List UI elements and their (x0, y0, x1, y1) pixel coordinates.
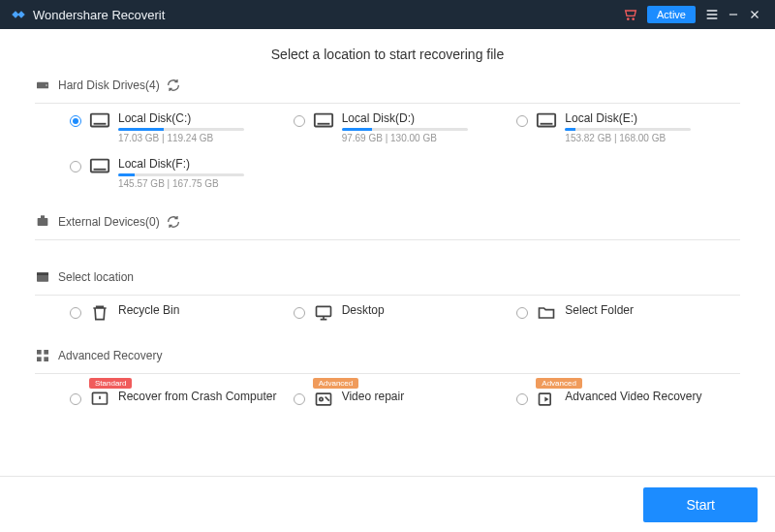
refresh-icon[interactable] (166, 78, 181, 93)
start-button[interactable]: Start (643, 487, 758, 522)
svg-rect-10 (38, 218, 48, 226)
disk-size: 97.69 GB | 130.00 GB (342, 133, 468, 143)
disk-progress (342, 128, 468, 131)
svg-rect-14 (316, 306, 330, 316)
disk-body: Local Disk(D:) 97.69 GB | 130.00 GB (342, 111, 468, 143)
disk-size: 17.03 GB | 119.24 GB (118, 133, 244, 143)
disk-size: 145.57 GB | 167.75 GB (118, 178, 244, 189)
crash-icon (89, 390, 110, 409)
section-hdd: Hard Disk Drives(4) (35, 78, 740, 93)
disk-label: Local Disk(C:) (118, 111, 244, 125)
loc-recycle[interactable]: Recycle Bin (70, 303, 294, 323)
tag-advanced: Advanced (536, 378, 582, 389)
video-recovery-icon (536, 390, 557, 409)
disk-progress (118, 128, 244, 131)
footer: Start (0, 476, 775, 532)
folder-icon (536, 303, 557, 323)
disk-body: Local Disk(F:) 145.57 GB | 167.75 GB (118, 157, 244, 189)
locations-row: Recycle Bin Desktop Select Folder (35, 296, 740, 336)
adv-icon-wrap: Advanced (313, 390, 342, 409)
hdd-icon (35, 78, 50, 93)
drive-icon (313, 111, 334, 131)
adv-label: Video repair (342, 390, 405, 403)
adv-video-repair[interactable]: Advanced Video repair (294, 390, 517, 409)
section-ext: External Devices(0) (35, 214, 740, 230)
svg-point-21 (319, 397, 322, 400)
page-title: Select a location to start recovering fi… (35, 47, 740, 62)
close-icon[interactable] (744, 4, 765, 25)
adv-icon-wrap: Advanced (536, 390, 565, 409)
svg-rect-16 (44, 350, 48, 355)
radio-folder[interactable] (516, 307, 528, 319)
main-content: Select a location to start recovering fi… (0, 29, 775, 476)
radio-adv-video-repair[interactable] (294, 393, 305, 405)
advanced-row: Standard Recover from Crash Computer Adv… (35, 374, 740, 422)
tag-standard: Standard (89, 378, 132, 389)
section-adv: Advanced Recovery (35, 348, 740, 363)
radio-disk-c[interactable] (70, 115, 81, 127)
drive-icon (536, 111, 557, 131)
loc-label: Select Folder (565, 303, 634, 317)
drive-icon (89, 157, 110, 176)
menu-icon[interactable] (701, 4, 723, 25)
disk-label: Local Disk(E:) (565, 111, 691, 125)
app-title: Wondershare Recoverit (33, 8, 620, 22)
section-loc-label: Select location (58, 270, 134, 284)
loc-label: Recycle Bin (118, 303, 179, 317)
adv-label: Advanced Video Recovery (565, 390, 701, 403)
section-ext-label: External Devices(0) (58, 215, 160, 229)
drive-icon (89, 111, 110, 131)
svg-rect-5 (317, 123, 329, 125)
svg-rect-7 (541, 123, 553, 125)
active-button[interactable]: Active (647, 6, 696, 23)
loc-folder[interactable]: Select Folder (516, 303, 740, 323)
tag-advanced: Advanced (313, 378, 359, 389)
recycle-bin-icon (89, 303, 110, 323)
disk-f[interactable]: Local Disk(F:) 145.57 GB | 167.75 GB (70, 157, 294, 189)
disk-label: Local Disk(D:) (342, 111, 468, 125)
adv-label: Recover from Crash Computer (118, 390, 276, 403)
title-bar: Wondershare Recoverit Active (0, 0, 775, 29)
external-icon (35, 214, 50, 230)
loc-label: Desktop (342, 303, 385, 317)
radio-desktop[interactable] (294, 307, 305, 319)
section-adv-label: Advanced Recovery (58, 349, 162, 362)
location-icon (35, 269, 50, 285)
disk-e[interactable]: Local Disk(E:) 153.82 GB | 168.00 GB (516, 111, 740, 143)
svg-rect-11 (41, 215, 45, 218)
disk-progress (118, 173, 244, 176)
radio-adv-crash[interactable] (70, 393, 81, 405)
loc-desktop[interactable]: Desktop (294, 303, 517, 323)
svg-point-1 (46, 84, 46, 85)
disk-d[interactable]: Local Disk(D:) 97.69 GB | 130.00 GB (294, 111, 517, 143)
disk-progress (565, 128, 691, 131)
section-loc: Select location (35, 269, 740, 285)
video-repair-icon (313, 390, 334, 409)
app-logo-icon (10, 6, 27, 23)
radio-disk-f[interactable] (70, 161, 81, 172)
adv-crash[interactable]: Standard Recover from Crash Computer (70, 390, 294, 409)
svg-rect-13 (37, 272, 48, 275)
radio-adv-video-recovery[interactable] (516, 393, 528, 405)
disk-c[interactable]: Local Disk(C:) 17.03 GB | 119.24 GB (70, 111, 294, 143)
radio-disk-d[interactable] (294, 115, 305, 127)
radio-disk-e[interactable] (516, 115, 528, 127)
svg-rect-18 (44, 357, 48, 361)
disk-body: Local Disk(E:) 153.82 GB | 168.00 GB (565, 111, 691, 143)
disk-body: Local Disk(C:) 17.03 GB | 119.24 GB (118, 111, 244, 143)
disk-size: 153.82 GB | 168.00 GB (565, 133, 691, 143)
desktop-icon (313, 303, 334, 323)
advanced-icon (35, 348, 50, 363)
svg-rect-3 (94, 123, 107, 125)
minimize-icon[interactable] (723, 4, 744, 25)
refresh-icon[interactable] (166, 214, 181, 230)
svg-rect-17 (37, 357, 42, 361)
cart-icon[interactable] (620, 4, 641, 25)
svg-rect-15 (37, 350, 42, 355)
svg-rect-9 (94, 169, 107, 171)
adv-icon-wrap: Standard (89, 390, 118, 409)
radio-recycle[interactable] (70, 307, 81, 319)
section-hdd-label: Hard Disk Drives(4) (58, 78, 160, 92)
disks-row: Local Disk(C:) 17.03 GB | 119.24 GB Loca… (35, 104, 740, 203)
adv-video-recovery[interactable]: Advanced Advanced Video Recovery (516, 390, 740, 409)
